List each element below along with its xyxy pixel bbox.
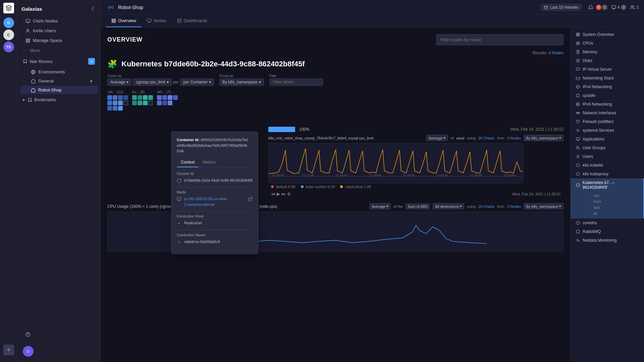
- chart1-nodes-count[interactable]: 3 Nodes: [507, 136, 521, 140]
- rp-users[interactable]: Users: [571, 152, 644, 161]
- tooltip-tab-metrics[interactable]: Metrics: [199, 158, 220, 167]
- node-cell[interactable]: [168, 95, 172, 100]
- overview-header: OVERVIEW: [107, 34, 564, 45]
- node-cell[interactable]: [113, 95, 117, 100]
- node-cell[interactable]: [113, 106, 117, 111]
- chart2-charts-count[interactable]: 26 Charts: [478, 204, 494, 208]
- chart2-namespace-select[interactable]: By k8s_namespace ▾: [524, 203, 564, 209]
- time-range-button[interactable]: Last 15 minutes: [541, 4, 582, 11]
- chart2-avg-select[interactable]: Average ▾: [369, 203, 391, 209]
- node-cell[interactable]: [148, 95, 153, 100]
- rp-system-overview[interactable]: System Overview: [571, 30, 644, 39]
- tab-overview[interactable]: Overview: [106, 15, 142, 27]
- rp-sub-cpu[interactable]: cpu: [583, 192, 601, 198]
- node-cell[interactable]: [143, 95, 148, 100]
- add-workspace-button[interactable]: +: [3, 345, 14, 355]
- node-cell[interactable]: [157, 95, 162, 100]
- node-cell[interactable]: [132, 95, 137, 100]
- filter-nodes-input[interactable]: [436, 34, 564, 45]
- chart2-nodes-count[interactable]: 3 Nodes: [507, 204, 521, 208]
- sidebar-item-more[interactable]: ··· More: [17, 45, 100, 55]
- sidebar-item-general[interactable]: General: [20, 77, 98, 85]
- node-cell[interactable]: [162, 95, 167, 100]
- node-cell[interactable]: [118, 106, 123, 111]
- rp-sub-mem[interactable]: mem: [583, 198, 601, 204]
- colour-avg-select[interactable]: Average ▾: [107, 78, 131, 86]
- tooltip-tab-context[interactable]: Context: [177, 158, 199, 167]
- rp-netdata-monitoring[interactable]: Netdata Monitoring: [571, 236, 644, 245]
- node-cell[interactable]: [107, 95, 112, 100]
- rp-user-groups[interactable]: User Groups: [571, 143, 644, 152]
- rp-network-interfaces[interactable]: Network Interfaces: [571, 109, 644, 117]
- node-cell[interactable]: [138, 95, 142, 100]
- node-cell[interactable]: [162, 101, 167, 105]
- rp-kubernetes-node[interactable]: Kubernetes b7...–862402b8f45f cpu mem di…: [571, 178, 644, 219]
- rp-disks[interactable]: Disks: [571, 56, 644, 65]
- node-cell[interactable]: [118, 101, 123, 105]
- add-war-room-button[interactable]: +: [88, 58, 95, 65]
- rp-networking-stack[interactable]: Networking Stack: [571, 74, 644, 82]
- rp-sub-all[interactable]: all: [583, 210, 601, 217]
- chart1-of-label: of: [450, 136, 453, 140]
- node-cell[interactable]: [132, 101, 137, 105]
- node-cell[interactable]: [168, 101, 172, 105]
- chart1-zoom[interactable]: ⊕: [287, 191, 291, 196]
- rp-ip-virtual-server[interactable]: IP Virtual Server: [571, 65, 644, 74]
- node-cell[interactable]: [173, 95, 178, 100]
- rp-applications[interactable]: Applications: [571, 135, 644, 143]
- tab-dashboards[interactable]: Dashboards: [172, 15, 213, 27]
- rp-firewall[interactable]: Firewall (netfilter): [571, 117, 644, 126]
- node-value[interactable]: ip-192-168-52-50.us-west-2.compute.inter…: [184, 196, 245, 207]
- rp-ipv4-networking[interactable]: IPv4 Networking: [571, 82, 644, 91]
- rp-k8s-kubelet[interactable]: k8s kubelet: [571, 161, 644, 170]
- sidebar-item-robot-shop[interactable]: Robot-Shop: [20, 86, 98, 94]
- node-cell[interactable]: [157, 101, 162, 105]
- rp-k8s-kubeproxy[interactable]: k8s kubeproxy: [571, 170, 644, 178]
- sidebar-item-claim-nodes[interactable]: Claim Nodes: [20, 16, 98, 25]
- avatar-ts[interactable]: TS: [3, 42, 14, 52]
- rp-rabbitmq[interactable]: RabbitMQ: [571, 227, 644, 236]
- sidebar-help-button[interactable]: [25, 330, 92, 339]
- chart1-skip-back[interactable]: ⏮: [271, 191, 275, 196]
- sidebar-section-war-rooms[interactable]: War Rooms +: [17, 55, 100, 67]
- tab-nodes[interactable]: Nodes: [142, 15, 172, 27]
- colour-per-select[interactable]: per Container ▾: [180, 78, 214, 86]
- node-cell[interactable]: [143, 101, 148, 105]
- rp-cpus[interactable]: CPUs: [571, 39, 644, 48]
- sidebar-item-manage-space[interactable]: Manage Space: [20, 36, 98, 45]
- rp-coredns[interactable]: coredns: [571, 219, 644, 227]
- avatar-g[interactable]: G: [3, 17, 14, 28]
- rp-cpuidle[interactable]: cpuidle: [571, 91, 644, 100]
- node-cell[interactable]: [123, 95, 128, 100]
- node-cell[interactable]: [148, 101, 153, 105]
- chart1-avg-select[interactable]: Average ▾: [426, 135, 448, 141]
- chart1-play[interactable]: ▶: [277, 191, 280, 196]
- colour-per-label: per: [173, 80, 179, 84]
- node-cell[interactable]: [118, 95, 123, 100]
- rp-memory[interactable]: Memory: [571, 48, 644, 56]
- rp-sub-disk[interactable]: disk: [583, 204, 601, 210]
- filter-labels-input[interactable]: [269, 78, 323, 86]
- app-logo[interactable]: [3, 3, 14, 13]
- node-cell[interactable]: [113, 101, 117, 105]
- user-avatar-sidebar[interactable]: U: [23, 346, 34, 357]
- sidebar-collapse-button[interactable]: [90, 5, 96, 12]
- chart1-namespace-select[interactable]: By k8s_namespace ▾: [524, 135, 564, 141]
- group-by-select[interactable]: By k8s_namespace ▾: [219, 78, 264, 86]
- rp-systemd-services[interactable]: systemd Services: [571, 126, 644, 135]
- node-cell[interactable]: [138, 101, 142, 105]
- sidebar-item-bookmarks[interactable]: ▶ Bookmarks: [17, 95, 100, 105]
- chart2-sum-abs-select[interactable]: Sum of ABS: [406, 203, 430, 209]
- node-cell[interactable]: [107, 101, 112, 105]
- sidebar-item-invite-users[interactable]: Invite Users: [20, 26, 98, 35]
- rp-ipv6-networking[interactable]: IPv6 Networking: [571, 100, 644, 109]
- node-cell[interactable]: [107, 106, 112, 111]
- colour-metric-select[interactable]: cgroup.cpu_limit ▾: [133, 78, 171, 86]
- chart1-charts-count[interactable]: 26 Charts: [478, 136, 494, 140]
- node-cell[interactable]: [123, 101, 128, 105]
- chart2-all-dim-select[interactable]: All dimensions ▾: [433, 203, 464, 209]
- bell-icon[interactable]: [586, 3, 595, 12]
- chart1-skip-fwd[interactable]: ⏭: [281, 191, 286, 196]
- sidebar-item-environments[interactable]: Environments: [20, 68, 98, 76]
- avatar-c[interactable]: C: [3, 29, 14, 40]
